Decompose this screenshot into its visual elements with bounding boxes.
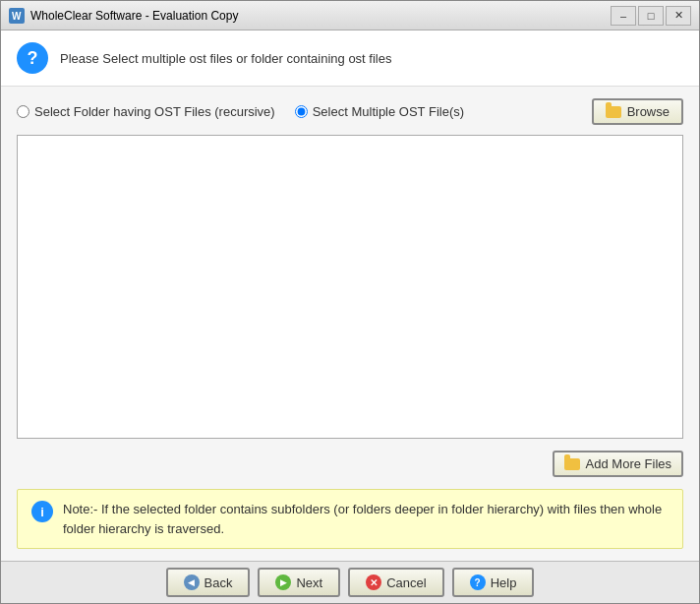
header-area: ? Please Select multiple ost files or fo… (1, 30, 699, 87)
radio-option-multiple[interactable]: Select Multiple OST File(s) (295, 104, 464, 119)
info-icon: i (31, 501, 53, 522)
browse-label: Browse (627, 104, 670, 119)
content-area: Select Folder having OST Files (recursiv… (1, 87, 699, 561)
radio-row: Select Folder having OST Files (recursiv… (17, 98, 683, 125)
radio-option-folder[interactable]: Select Folder having OST Files (recursiv… (17, 104, 275, 119)
back-button[interactable]: ◀ Back (166, 568, 251, 597)
add-more-label: Add More Files (586, 456, 671, 471)
back-label: Back (204, 575, 233, 590)
next-button[interactable]: ▶ Next (258, 568, 340, 597)
svg-text:W: W (12, 11, 22, 22)
radio-folder-label: Select Folder having OST Files (recursiv… (34, 104, 275, 119)
next-label: Next (296, 575, 322, 590)
radio-folder[interactable] (17, 105, 29, 118)
add-more-files-button[interactable]: Add More Files (553, 451, 683, 477)
cancel-label: Cancel (386, 575, 426, 590)
cancel-icon: ✕ (366, 574, 381, 590)
main-window: W WholeClear Software - Evaluation Copy … (0, 0, 700, 604)
maximize-button[interactable]: □ (638, 6, 664, 26)
cancel-button[interactable]: ✕ Cancel (348, 568, 443, 597)
note-area: i Note:- If the selected folder contains… (17, 489, 683, 549)
title-bar: W WholeClear Software - Evaluation Copy … (1, 1, 699, 30)
window-title: WholeClear Software - Evaluation Copy (30, 9, 611, 23)
radio-multiple[interactable] (295, 105, 308, 118)
header-text: Please Select multiple ost files or fold… (60, 51, 391, 66)
next-icon: ▶ (275, 574, 291, 590)
help-label: Help (491, 575, 517, 590)
file-list[interactable] (17, 135, 683, 439)
app-icon: W (9, 8, 25, 24)
footer: ◀ Back ▶ Next ✕ Cancel ? Help (1, 561, 699, 603)
help-button[interactable]: ? Help (452, 568, 535, 597)
window-controls: – □ ✕ (611, 6, 691, 26)
close-button[interactable]: ✕ (666, 6, 691, 26)
radio-multiple-label: Select Multiple OST File(s) (313, 104, 464, 119)
add-folder-icon (564, 458, 580, 470)
add-more-row: Add More Files (17, 449, 683, 479)
browse-button[interactable]: Browse (592, 98, 683, 125)
help-icon: ? (470, 574, 486, 590)
folder-icon (606, 106, 621, 118)
minimize-button[interactable]: – (611, 6, 636, 26)
question-icon: ? (17, 42, 48, 74)
back-icon: ◀ (184, 574, 200, 590)
note-text: Note:- If the selected folder contains s… (63, 500, 669, 538)
